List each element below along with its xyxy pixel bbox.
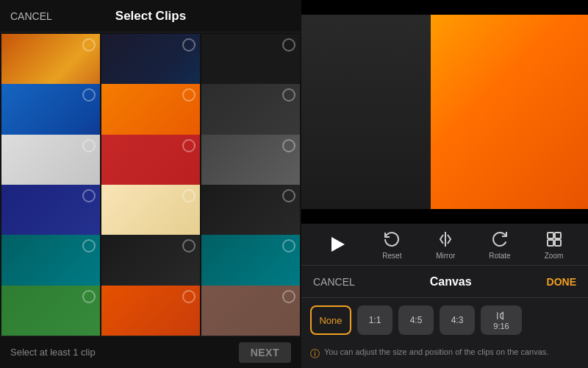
left-footer: Select at least 1 clip NEXT [0,336,301,368]
info-icon: ⓘ [310,347,320,361]
page-title: Select Clips [115,9,186,24]
left-panel: CANCEL Select Clips 0:140:530:22 Select … [0,0,301,368]
playback-controls: Reset Mirror Rotate [301,224,588,265]
svg-rect-2 [555,233,561,238]
reset-label: Reset [382,252,401,260]
canvas-title: Canvas [430,275,472,289]
rotate-icon [490,229,510,250]
zoom-label: Zoom [545,252,564,260]
cancel-button[interactable]: CANCEL [10,10,52,22]
right-panel: Reset Mirror Rotate [301,0,588,368]
canvas-option-4-5[interactable]: 4:5 [398,305,434,335]
footer-hint: Select at least 1 clip [10,347,96,358]
canvas-done-button[interactable]: DONE [547,276,576,288]
svg-rect-1 [548,233,553,238]
rotate-tool[interactable]: Rotate [489,229,510,260]
canvas-cancel-button[interactable]: CANCEL [313,276,355,288]
canvas-panel: CANCEL Canvas DONE None 1:1 4:5 4:3 [301,265,588,368]
play-icon [331,237,345,252]
clip-item[interactable] [101,286,200,336]
preview-area [301,0,588,224]
zoom-tool[interactable]: Zoom [544,229,564,260]
canvas-hint: ⓘ You can adjust the size and position o… [301,342,588,368]
canvas-options: None 1:1 4:5 4:3 9:16 [301,298,588,342]
rotate-label: Rotate [489,252,510,260]
mirror-label: Mirror [436,252,455,260]
canvas-header: CANCEL Canvas DONE [301,266,588,298]
reset-icon [381,229,402,250]
canvas-hint-text: You can adjust the size and position of … [324,347,548,358]
svg-rect-3 [548,240,553,246]
canvas-option-none[interactable]: None [310,305,351,335]
mirror-tool[interactable]: Mirror [435,229,456,260]
zoom-icon [544,229,564,250]
canvas-option-4-3[interactable]: 4:3 [440,305,475,335]
clip-item[interactable] [201,286,300,336]
play-button[interactable] [325,233,348,256]
reset-tool[interactable]: Reset [381,229,402,260]
canvas-option-9-16[interactable]: 9:16 [481,305,522,335]
svg-rect-4 [555,240,561,246]
mirror-icon [435,229,456,250]
preview-image [301,0,588,224]
clips-grid: 0:140:530:22 [0,32,301,336]
next-button[interactable]: NEXT [239,342,291,363]
clip-item[interactable] [1,286,100,336]
left-header: CANCEL Select Clips [0,0,301,32]
canvas-option-1-1[interactable]: 1:1 [357,305,392,335]
